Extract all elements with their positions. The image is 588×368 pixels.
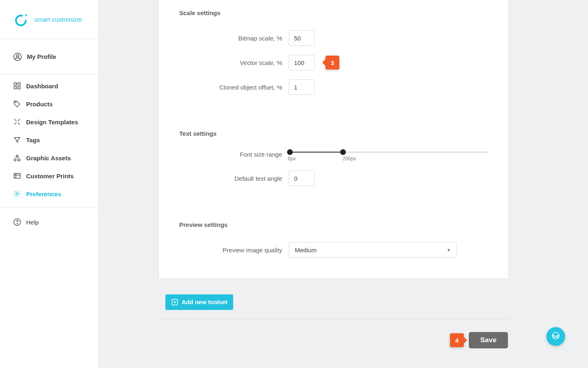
label-cloned-offset: Cloned object offset, % — [179, 84, 289, 91]
sidebar-item-graphic-assets[interactable]: Graphic Assets — [0, 149, 98, 167]
sidebar-item-label: Graphic Assets — [26, 155, 71, 162]
range-labels: 6px 200px — [289, 156, 488, 162]
callout-step-3: 3 — [325, 56, 339, 70]
range-track — [289, 152, 488, 153]
input-text-angle[interactable] — [289, 171, 315, 186]
svg-point-14 — [17, 224, 17, 224]
svg-point-1 — [25, 14, 27, 16]
sidebar-item-dashboard[interactable]: Dashboard — [0, 77, 98, 95]
svg-point-9 — [14, 159, 16, 161]
nav-divider — [0, 208, 98, 208]
brand-name: smart customizer — [34, 16, 82, 23]
font-size-range-slider[interactable]: 6px 200px — [289, 151, 488, 162]
svg-rect-11 — [14, 173, 20, 178]
select-preview-quality[interactable]: Medium ▼ — [289, 242, 457, 258]
settings-card: Scale settings Bitmap scale, % Vector sc… — [158, 0, 509, 279]
sidebar-item-label: Customer Prints — [26, 173, 74, 180]
chat-fab[interactable] — [546, 327, 565, 346]
svg-rect-10 — [18, 159, 20, 161]
shapes-icon — [13, 154, 21, 162]
row-cloned-offset: Cloned object offset, % — [179, 79, 488, 95]
range-handle-max[interactable] — [340, 149, 346, 155]
tools-icon — [13, 118, 21, 126]
range-fill — [290, 152, 343, 153]
sidebar-item-profile[interactable]: My Profile — [0, 39, 98, 74]
main: Scale settings Bitmap scale, % Vector sc… — [99, 0, 588, 368]
prints-icon — [13, 172, 21, 180]
nav: Dashboard Products Design Templates Tags… — [0, 74, 98, 231]
button-label: Add new toolset — [182, 299, 227, 305]
plus-square-icon — [171, 298, 178, 306]
save-button[interactable]: Save — [469, 332, 508, 348]
sidebar-item-help[interactable]: Help — [0, 213, 98, 231]
gear-icon — [13, 190, 21, 198]
sidebar-item-preferences[interactable]: Preferences — [0, 185, 98, 203]
select-value: Medium — [295, 247, 316, 254]
sidebar-item-tags[interactable]: Tags — [0, 131, 98, 149]
sidebar-item-label: Products — [26, 101, 53, 108]
row-text-angle: Default text angle — [179, 171, 488, 186]
row-preview-quality: Preview image quality Medium ▼ — [179, 242, 488, 258]
sidebar-item-label: Help — [26, 219, 39, 226]
dashboard-icon — [13, 82, 21, 90]
sidebar-item-design-templates[interactable]: Design Templates — [0, 113, 98, 131]
svg-point-8 — [15, 102, 16, 103]
svg-point-0 — [16, 16, 26, 25]
label-vector-scale: Vector scale, % — [179, 59, 289, 66]
svg-rect-5 — [18, 83, 20, 85]
add-new-toolset-button[interactable]: Add new toolset — [165, 294, 233, 310]
range-max-label: 200px — [343, 156, 356, 162]
sidebar-item-label: My Profile — [27, 53, 56, 60]
filter-icon — [13, 136, 21, 144]
sidebar-item-customer-prints[interactable]: Customer Prints — [0, 167, 98, 185]
button-label: Save — [480, 336, 497, 344]
row-vector-scale: Vector scale, % 3 — [179, 55, 488, 70]
sidebar-item-products[interactable]: Products — [0, 95, 98, 113]
svg-rect-6 — [14, 87, 17, 89]
tag-icon — [13, 100, 21, 108]
section-heading-scale: Scale settings — [179, 9, 488, 16]
sidebar-item-label: Design Templates — [26, 119, 78, 126]
divider — [158, 319, 509, 319]
label-font-range: Font size range — [179, 151, 289, 158]
brand-logo-icon — [14, 12, 29, 27]
label-text-angle: Default text angle — [179, 175, 289, 182]
section-heading-preview: Preview settings — [179, 221, 488, 228]
row-bitmap-scale: Bitmap scale, % — [179, 30, 488, 46]
sidebar-item-label: Preferences — [26, 191, 61, 197]
label-bitmap-scale: Bitmap scale, % — [179, 35, 289, 42]
svg-rect-7 — [18, 87, 20, 89]
range-min-label: 6px — [288, 156, 296, 162]
help-icon — [13, 218, 21, 226]
brand: smart customizer — [0, 0, 98, 39]
sidebar-item-label: Tags — [26, 137, 40, 144]
svg-point-3 — [16, 54, 19, 57]
row-font-range: Font size range 6px 200px — [179, 151, 488, 162]
callout-step-4: 4 — [450, 333, 464, 347]
user-circle-icon — [13, 52, 22, 61]
svg-point-12 — [16, 193, 18, 195]
input-vector-scale[interactable] — [289, 55, 315, 70]
mail-icon — [551, 331, 560, 342]
input-bitmap-scale[interactable] — [289, 30, 315, 46]
sidebar: smart customizer My Profile Dashboard Pr… — [0, 0, 99, 368]
chevron-down-icon: ▼ — [447, 248, 451, 252]
input-cloned-offset[interactable] — [289, 79, 315, 95]
svg-rect-4 — [14, 83, 17, 85]
sidebar-item-label: Dashboard — [26, 83, 58, 90]
section-heading-text: Text settings — [179, 130, 488, 137]
label-preview-quality: Preview image quality — [179, 247, 289, 254]
range-handle-min[interactable] — [287, 149, 293, 155]
